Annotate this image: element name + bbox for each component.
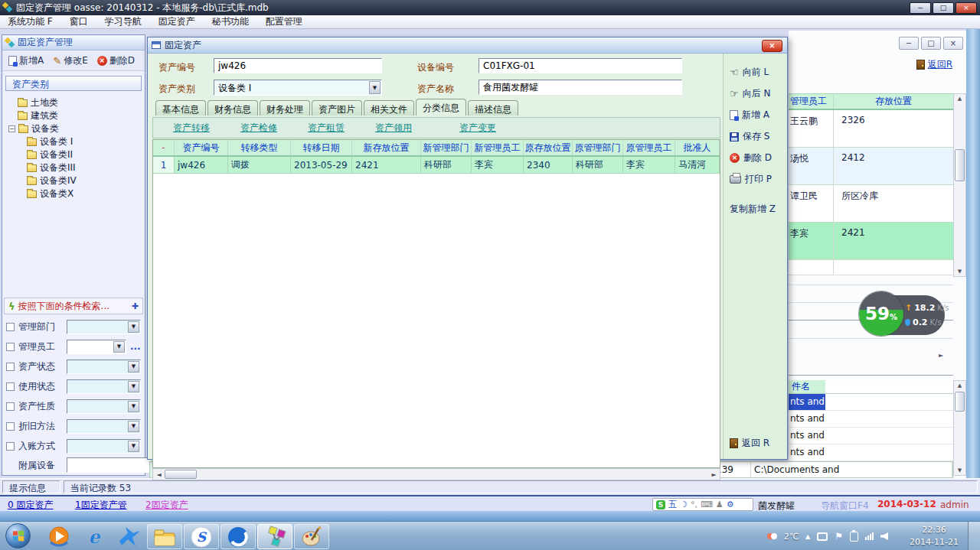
- dialog-close-button[interactable]: ×: [762, 40, 782, 52]
- taskbar-paint-button[interactable]: [294, 524, 329, 549]
- previous-button[interactable]: ☜ 向前 L: [730, 66, 787, 79]
- dept-dropdown[interactable]: ▼: [67, 320, 141, 334]
- table-row[interactable]: 王云鹏2326: [789, 110, 953, 148]
- checkbox[interactable]: [6, 323, 15, 331]
- taskbar-sogou-button[interactable]: S: [184, 524, 219, 549]
- moon-icon[interactable]: ☽: [680, 500, 688, 509]
- volume-icon[interactable]: [880, 532, 888, 540]
- next-button[interactable]: ☞ 向后 N: [730, 87, 787, 100]
- window-tab-2-active[interactable]: 2固定资产: [145, 499, 188, 512]
- use-status-dropdown[interactable]: ▼: [67, 379, 141, 394]
- chevron-down-icon[interactable]: ▼: [128, 321, 139, 333]
- window-tab-1[interactable]: 1固定资产管: [75, 499, 127, 512]
- tree-item-building[interactable]: 建筑类: [18, 109, 143, 122]
- menu-config[interactable]: 配置管理: [266, 15, 302, 28]
- transfer-table-row[interactable]: 1 jw426 调拨 2013-05-29 2421 科研部 李宾 2340 科…: [153, 157, 720, 174]
- tree-item-equipment-x[interactable]: 设备类X: [27, 187, 143, 200]
- tree-item-land[interactable]: 土地类: [18, 96, 143, 109]
- taskbar-bird-icon[interactable]: [112, 524, 147, 549]
- tab-finance-info[interactable]: 财务信息: [207, 100, 258, 116]
- tray-expand-icon[interactable]: ▲: [805, 533, 810, 540]
- bg-restore-button[interactable]: □: [921, 37, 941, 50]
- asset-no-input[interactable]: [214, 58, 382, 73]
- chevron-down-icon[interactable]: ▼: [369, 81, 381, 94]
- search-condition-header[interactable]: ϟ 按照下面的条件检索... ✚: [4, 298, 143, 314]
- taskbar-clock[interactable]: 22:36 2014-11-21: [910, 524, 959, 548]
- nav-window-label[interactable]: 导航窗口F4: [821, 500, 869, 513]
- table-row[interactable]: 汤悦2412: [789, 148, 953, 185]
- column-location[interactable]: 存放位置: [834, 94, 953, 109]
- checkbox[interactable]: [6, 402, 15, 411]
- ime-toolbar[interactable]: S 五 ☽ °, ⌨ ♟ ⚙: [652, 498, 753, 511]
- tab-asset-photo[interactable]: 资产图片: [312, 100, 362, 116]
- asset-status-dropdown[interactable]: ▼: [67, 360, 141, 374]
- table-row-selected[interactable]: 李宾2421: [789, 223, 953, 260]
- save-button[interactable]: 保存 S: [730, 130, 787, 143]
- tree-item-equipment[interactable]: − 设备类: [8, 122, 143, 135]
- network-signal-icon[interactable]: [865, 532, 874, 540]
- scroll-right-icon[interactable]: ►: [708, 471, 720, 478]
- tab-finance-process[interactable]: 财务处理: [260, 100, 310, 116]
- menu-window[interactable]: 窗口: [70, 15, 88, 28]
- subtab-asset-use[interactable]: 资产领用: [375, 122, 412, 135]
- checkbox[interactable]: [6, 382, 15, 391]
- edit-category-button[interactable]: ✎ 修改E: [53, 54, 88, 67]
- device-no-input[interactable]: [479, 58, 682, 73]
- taskbar-media-player-icon[interactable]: [41, 524, 77, 549]
- chevron-down-icon[interactable]: ▼: [128, 401, 139, 412]
- scrollbar-thumb[interactable]: [165, 470, 197, 479]
- scrollbar-thumb[interactable]: [955, 149, 965, 181]
- tree-item-equipment-4[interactable]: 设备类IV: [27, 174, 143, 187]
- sogou-icon[interactable]: S: [656, 500, 665, 509]
- taskbar-browser-button[interactable]: [220, 524, 256, 549]
- tab-classification-info[interactable]: 分类信息: [416, 99, 466, 116]
- memory-percent-circle[interactable]: 59%: [859, 291, 903, 336]
- dialog-return-button[interactable]: 返回 R: [730, 437, 769, 450]
- checkbox[interactable]: [6, 422, 15, 431]
- wubi-icon[interactable]: 五: [668, 499, 677, 510]
- column-manager[interactable]: 管理员工: [789, 94, 834, 109]
- menu-learn[interactable]: 学习导航: [105, 15, 142, 28]
- chevron-down-icon[interactable]: ▼: [128, 381, 139, 392]
- bg-minimize-button[interactable]: −: [899, 37, 919, 50]
- delete-category-button[interactable]: × 删除D: [97, 54, 135, 67]
- start-button[interactable]: [5, 523, 31, 548]
- close-button[interactable]: ×: [956, 2, 977, 14]
- file-row[interactable]: nts and: [789, 411, 953, 428]
- show-desktop-button[interactable]: [968, 522, 980, 550]
- entry-method-dropdown[interactable]: ▼: [67, 439, 141, 454]
- checkbox[interactable]: [6, 363, 15, 371]
- subtab-asset-change[interactable]: 资产变更: [459, 122, 496, 135]
- taskbar-explorer-button[interactable]: [147, 524, 182, 549]
- keyboard-icon[interactable]: ⌨: [701, 500, 713, 509]
- checkbox[interactable]: [6, 343, 15, 351]
- asset-name-input[interactable]: [479, 80, 682, 95]
- menu-secretary[interactable]: 秘书功能: [212, 15, 249, 28]
- taskbar-asset-app-button[interactable]: [257, 524, 292, 549]
- vertical-scrollbar[interactable]: ▲ ▼: [953, 380, 966, 476]
- horizontal-scrollbar[interactable]: ◄ ►: [152, 468, 720, 480]
- subtab-asset-repair[interactable]: 资产检修: [240, 122, 277, 135]
- bg-close-button[interactable]: ×: [943, 37, 963, 50]
- category-dropdown[interactable]: 设备类 I ▼: [214, 80, 382, 96]
- checkbox[interactable]: [6, 442, 15, 451]
- asset-nature-dropdown[interactable]: ▼: [67, 399, 141, 414]
- chevron-down-icon[interactable]: ▼: [128, 361, 139, 373]
- scroll-left-icon[interactable]: ◄: [153, 471, 165, 478]
- display-icon[interactable]: [817, 532, 828, 541]
- file-row[interactable]: nts and: [789, 444, 953, 461]
- tree-item-equipment-3[interactable]: 设备类III: [27, 161, 143, 174]
- window-tab-0[interactable]: 0 固定资产: [8, 499, 53, 512]
- employee-dropdown[interactable]: ▼: [67, 340, 126, 354]
- print-button[interactable]: 打印 P: [730, 173, 787, 186]
- menu-assets[interactable]: 固定资产: [158, 15, 195, 28]
- collapse-icon[interactable]: −: [8, 125, 15, 132]
- menu-system[interactable]: 系统功能 F: [8, 15, 53, 28]
- hscroll-right-arrow[interactable]: ►: [939, 352, 943, 359]
- pin-icon[interactable]: ✚: [132, 301, 139, 311]
- minimize-button[interactable]: −: [910, 2, 931, 14]
- add-category-button[interactable]: 新增A: [8, 54, 44, 67]
- chevron-down-icon[interactable]: ▼: [113, 341, 125, 353]
- subtab-asset-transfer[interactable]: 资产转移: [173, 122, 210, 135]
- tab-related-files[interactable]: 相关文件: [364, 100, 414, 116]
